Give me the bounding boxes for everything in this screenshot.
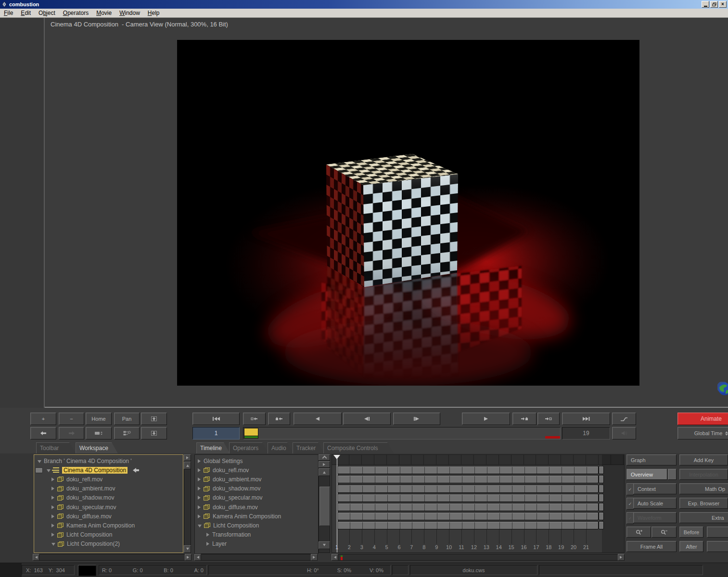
- timeline-item-doku-ambient-mov[interactable]: doku_ambient.mov: [195, 475, 319, 484]
- forward-button[interactable]: [59, 427, 84, 439]
- duration-bar-cap[interactable]: [599, 466, 604, 474]
- tree-toggle-icon[interactable]: [51, 496, 54, 500]
- timeline-toggle-icon[interactable]: [198, 525, 202, 527]
- timeline-scroll-down-button[interactable]: [319, 541, 330, 549]
- end-frame-field[interactable]: 19: [562, 427, 610, 439]
- auto-scale-checkbox[interactable]: ✓: [626, 498, 634, 510]
- timeline-item-global-settings[interactable]: Global Settings: [195, 456, 319, 465]
- duration-bar-cap[interactable]: [599, 485, 604, 493]
- audio-mute-button[interactable]: [612, 427, 636, 439]
- menu-item-file[interactable]: File: [0, 9, 17, 18]
- menu-item-help[interactable]: Help: [144, 9, 164, 18]
- tree-toggle-icon[interactable]: [47, 469, 51, 472]
- timeline-item-transformation[interactable]: Transformation: [195, 530, 319, 539]
- tracks-hscrollbar[interactable]: [332, 554, 625, 561]
- playhead-marker[interactable]: [333, 455, 340, 463]
- frame-all-button[interactable]: Frame All: [626, 541, 677, 552]
- viewport-image[interactable]: [177, 40, 639, 386]
- timeline-scroll-up-button[interactable]: [319, 468, 330, 476]
- duration-bar[interactable]: [337, 503, 599, 511]
- back-button[interactable]: [30, 427, 56, 439]
- minimize-button[interactable]: [702, 1, 709, 8]
- duration-bar-cap[interactable]: [599, 503, 604, 511]
- timeline-expand-button[interactable]: [319, 461, 330, 468]
- timeline-list-scroll-right-button[interactable]: [311, 554, 318, 561]
- tab-operators[interactable]: Operators: [229, 442, 268, 453]
- timeline-item-licht-composition[interactable]: Licht Composition: [195, 521, 319, 530]
- tracks-scroll-left-button[interactable]: [332, 554, 338, 561]
- tree-item-licht-composition[interactable]: Licht Composition: [34, 530, 183, 539]
- tree-item-doku-ambient-mov[interactable]: doku_ambient.mov: [34, 484, 183, 493]
- tree-item-licht-composition-2[interactable]: Licht Composition(2): [34, 539, 183, 549]
- tab-timeline[interactable]: Timeline: [196, 442, 230, 453]
- overview-dropdown-button[interactable]: [668, 469, 677, 480]
- global-time-button[interactable]: Global Time: [677, 427, 728, 439]
- tree-item-doku-diffuse-mov[interactable]: doku_diffuse.mov: [34, 512, 183, 521]
- to-region-button[interactable]: [537, 413, 560, 425]
- timeline-toggle-icon[interactable]: [198, 459, 201, 463]
- tab-tracker[interactable]: Tracker: [293, 442, 324, 453]
- region-in-button[interactable]: [243, 413, 266, 425]
- duration-bar[interactable]: [337, 512, 599, 520]
- scrub-bar[interactable]: [243, 427, 561, 439]
- branch-down-button[interactable]: [141, 427, 167, 439]
- tree-toggle-icon[interactable]: [51, 477, 54, 481]
- ramp-button[interactable]: [612, 413, 636, 425]
- step-back-button[interactable]: [343, 413, 391, 425]
- tree-toggle-icon[interactable]: [51, 533, 54, 537]
- graph-zoom-out-button[interactable]: [651, 527, 677, 538]
- tree-toggle-icon[interactable]: [51, 543, 55, 546]
- timeline-toggle-icon[interactable]: [198, 468, 201, 472]
- workspace-scroll-up-button[interactable]: [184, 462, 191, 469]
- graph-button[interactable]: Graph: [626, 454, 677, 465]
- timeline-toggle-icon[interactable]: [198, 487, 201, 490]
- branch-up-button[interactable]: [141, 413, 167, 425]
- timeline-item-doku-diffuse-mov[interactable]: doku_diffuse.mov: [195, 502, 319, 512]
- timeline-list-hscrollbar[interactable]: [194, 554, 318, 561]
- title-bar[interactable]: combustion ×: [0, 0, 728, 9]
- current-frame-field[interactable]: 1: [192, 427, 240, 439]
- workspace-expand-button[interactable]: [184, 454, 191, 461]
- to-marker-button[interactable]: [512, 413, 536, 425]
- tree-toggle-icon[interactable]: [51, 524, 54, 527]
- timeline-toggle-icon[interactable]: [198, 477, 201, 481]
- timeline-toggle-icon[interactable]: [198, 505, 201, 509]
- timeline-toggle-icon[interactable]: [198, 514, 201, 518]
- context-button[interactable]: Context: [633, 483, 677, 494]
- timeline-toggle-icon[interactable]: [198, 496, 201, 500]
- extras-button[interactable]: Extra: [679, 512, 728, 523]
- play-reverse-button[interactable]: [294, 413, 342, 425]
- tab-audio[interactable]: Audio: [268, 442, 294, 453]
- after-mode-button[interactable]: [707, 541, 728, 552]
- timeline-item-doku-specular-mov[interactable]: doku_specular.mov: [195, 493, 319, 502]
- layer-visibility-toggle[interactable]: [35, 467, 43, 473]
- waveform-checkbox[interactable]: ✓: [626, 512, 634, 524]
- tree-item-doku-refl-mov[interactable]: doku_refl.mov: [34, 475, 183, 484]
- math-operators-button[interactable]: Math Op: [679, 483, 728, 494]
- zoom-out-button[interactable]: −: [59, 413, 84, 425]
- timeline-vscroll-thumb[interactable]: [319, 487, 330, 526]
- menu-item-movie[interactable]: Movie: [92, 9, 115, 18]
- tree-toggle-icon[interactable]: [51, 514, 54, 518]
- play-button[interactable]: [462, 413, 510, 425]
- before-button[interactable]: Before: [679, 527, 703, 538]
- auto-scale-button[interactable]: Auto Scale: [633, 498, 677, 509]
- workspace-scroll-left-button[interactable]: [33, 554, 39, 561]
- workspace-scroll-down-button[interactable]: [184, 545, 191, 553]
- duration-bar-cap[interactable]: [599, 512, 604, 520]
- duration-bar-cap[interactable]: [599, 521, 604, 529]
- tab-toolbar[interactable]: Toolbar: [36, 442, 76, 453]
- playhead-line[interactable]: [337, 458, 337, 553]
- tree-item-branch-cinema-4d-composition[interactable]: Branch ' Cinema 4D Composition ': [34, 456, 183, 465]
- tree-item-doku-shadow-mov[interactable]: doku_shadow.mov: [34, 493, 183, 502]
- timeline-toggle-icon[interactable]: [206, 533, 209, 537]
- overview-button[interactable]: Overview: [626, 469, 667, 480]
- playhead-chip[interactable]: [244, 428, 258, 436]
- context-checkbox[interactable]: ✓: [626, 483, 634, 495]
- tree-item-doku-specular-mov[interactable]: doku_specular.mov: [34, 502, 183, 512]
- expression-browser-button[interactable]: Exp. Browser: [679, 498, 728, 509]
- close-button[interactable]: ×: [719, 1, 727, 8]
- before-mode-button[interactable]: [707, 527, 728, 538]
- marker-in-button[interactable]: [268, 413, 290, 425]
- pan-button[interactable]: Pan: [114, 413, 140, 425]
